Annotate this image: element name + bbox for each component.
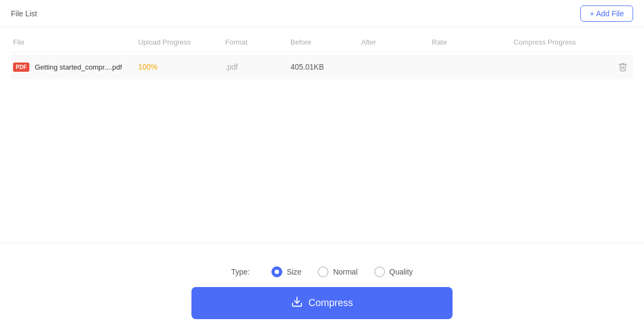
format-value: .pdf [223,63,288,71]
before-value: 405.01KB [288,63,359,71]
radio-quality-label: Quality [389,267,413,276]
file-cell: PDF Getting started_compr....pdf [11,63,136,72]
type-selector: Type: Size Normal Quality [11,266,633,277]
table-header: File Upload Progress Format Before After… [11,33,633,52]
radio-size-label: Size [287,267,301,276]
file-name: Getting started_compr....pdf [35,63,122,71]
delete-button[interactable] [618,62,628,72]
pdf-badge: PDF [13,63,29,72]
compress-icon [291,296,303,310]
file-list-title: File List [11,9,37,18]
radio-normal-circle [318,266,329,277]
col-rate: Rate [430,38,511,46]
radio-option-normal[interactable]: Normal [318,266,357,277]
col-after: After [359,38,430,46]
col-before: Before [288,38,359,46]
col-upload-progress: Upload Progress [136,38,223,46]
section-divider [0,242,644,243]
table-row: PDF Getting started_compr....pdf 100% .p… [11,54,633,79]
type-label: Type: [231,267,250,276]
col-file: File [11,38,136,46]
col-compress-progress: Compress Progress [511,38,633,46]
radio-quality-circle [374,266,385,277]
bottom-area: Type: Size Normal Quality Compress [0,256,644,330]
main-content: File Upload Progress Format Before After… [0,27,644,243]
radio-option-size[interactable]: Size [271,266,301,277]
add-file-button[interactable]: + Add File [580,5,633,22]
compress-progress-cell [511,62,633,72]
compress-button[interactable]: Compress [191,287,453,319]
radio-size-circle [271,266,282,277]
header: File List + Add File [0,0,644,27]
upload-progress-value: 100% [136,63,223,71]
col-format: Format [223,38,288,46]
radio-option-quality[interactable]: Quality [374,266,413,277]
compress-btn-label: Compress [308,297,353,309]
radio-normal-label: Normal [333,267,357,276]
